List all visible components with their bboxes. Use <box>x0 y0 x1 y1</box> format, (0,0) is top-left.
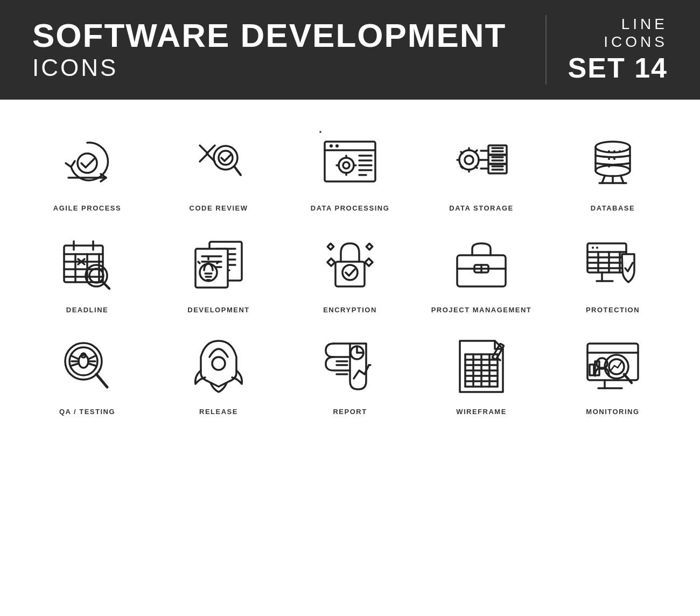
line-label: LINE <box>568 15 668 33</box>
svg-rect-93 <box>327 243 333 249</box>
svg-line-88 <box>217 262 219 263</box>
deadline-item: DEADLINE <box>33 228 141 314</box>
svg-rect-92 <box>365 258 373 266</box>
svg-rect-94 <box>366 243 372 249</box>
svg-rect-91 <box>327 258 335 266</box>
svg-point-70 <box>89 269 103 283</box>
monitoring-icon <box>578 330 648 400</box>
protection-item: PROTECTION <box>559 228 667 314</box>
deadline-icon <box>52 228 122 298</box>
header-right: LINE ICONS SET 14 <box>545 15 668 85</box>
header-left: SOFTWARE DEVELOPMENT ICONS <box>32 19 545 81</box>
code-review-icon <box>184 127 254 197</box>
development-item: DEVELOPMENT <box>165 228 272 314</box>
wireframe-label: WIREFRAME <box>456 408 507 416</box>
svg-point-7 <box>330 144 333 148</box>
monitoring-item: MONITORING <box>559 330 667 416</box>
svg-point-52 <box>608 165 610 167</box>
icons-section: AGILE PROCESS <box>0 100 700 448</box>
report-icon <box>315 330 385 400</box>
header-title: SOFTWARE DEVELOPMENT <box>32 19 545 52</box>
icons-row-3: QA / TESTING <box>22 330 678 416</box>
svg-rect-151 <box>590 365 594 375</box>
release-icon <box>184 330 254 400</box>
svg-point-51 <box>613 158 615 160</box>
agile-process-label: AGILE PROCESS <box>53 204 121 212</box>
project-management-label: PROJECT MANAGEMENT <box>431 306 532 314</box>
encryption-icon <box>315 228 385 298</box>
qa-testing-icon <box>52 330 122 400</box>
svg-line-28 <box>475 166 477 168</box>
svg-point-49 <box>619 150 621 152</box>
code-review-item: CODE REVIEW <box>165 127 272 212</box>
protection-label: PROTECTION <box>586 306 640 314</box>
header-subtitle: ICONS <box>32 54 545 81</box>
svg-point-109 <box>592 247 594 249</box>
data-storage-item: DATA STORAGE <box>428 127 535 212</box>
wireframe-icon <box>446 330 516 400</box>
svg-line-117 <box>88 356 95 359</box>
project-management-item: PROJECT MANAGEMENT <box>428 228 535 314</box>
project-management-icon <box>446 228 516 298</box>
data-processing-item: DATA PROCESSING <box>296 127 404 212</box>
qa-testing-item: QA / TESTING <box>33 330 141 416</box>
page-wrapper: SOFTWARE DEVELOPMENT ICONS LINE ICONS SE… <box>0 0 700 616</box>
svg-point-10 <box>343 162 349 169</box>
data-processing-label: DATA PROCESSING <box>311 204 390 212</box>
wireframe-item: WIREFRAME <box>428 330 535 416</box>
svg-line-29 <box>475 150 477 152</box>
svg-point-110 <box>596 247 598 249</box>
svg-line-53 <box>602 176 605 183</box>
svg-point-122 <box>212 357 225 370</box>
icons-row-1: AGILE PROCESS <box>22 127 678 212</box>
svg-point-47 <box>608 150 610 152</box>
protection-icon <box>578 228 648 298</box>
deadline-label: DEADLINE <box>66 306 108 314</box>
data-storage-icon <box>446 127 516 197</box>
svg-point-8 <box>335 144 339 148</box>
qa-testing-label: QA / TESTING <box>59 408 115 416</box>
data-storage-label: DATA STORAGE <box>449 204 513 212</box>
svg-point-46 <box>596 165 630 176</box>
svg-line-114 <box>72 356 79 359</box>
report-label: REPORT <box>333 408 367 416</box>
svg-line-71 <box>103 283 109 289</box>
svg-point-48 <box>613 150 615 152</box>
svg-rect-5 <box>325 142 375 181</box>
database-item: DATABASE <box>559 127 667 212</box>
encryption-label: ENCRYPTION <box>323 306 377 314</box>
database-icon <box>578 127 648 197</box>
code-review-label: CODE REVIEW <box>190 204 248 212</box>
svg-line-149 <box>624 374 632 383</box>
icons-label: ICONS <box>568 33 668 51</box>
svg-point-43 <box>596 142 630 152</box>
development-icon <box>184 228 254 298</box>
agile-process-item: AGILE PROCESS <box>33 127 141 212</box>
monitoring-label: MONITORING <box>586 408 639 416</box>
svg-line-121 <box>96 374 107 387</box>
svg-point-82 <box>200 264 217 281</box>
svg-line-30 <box>461 166 463 168</box>
svg-line-4 <box>234 166 241 175</box>
development-label: DEVELOPMENT <box>187 306 249 314</box>
svg-line-87 <box>198 262 200 263</box>
set-label: SET 14 <box>568 51 668 85</box>
header: SOFTWARE DEVELOPMENT ICONS LINE ICONS SE… <box>0 0 700 100</box>
release-item: RELEASE <box>165 330 272 416</box>
release-label: RELEASE <box>199 408 238 416</box>
svg-line-27 <box>461 152 463 153</box>
report-item: REPORT <box>296 330 404 416</box>
svg-point-90 <box>342 265 358 280</box>
svg-line-119 <box>88 363 95 366</box>
icons-row-2: DEADLINE <box>22 228 678 314</box>
svg-line-116 <box>72 363 79 366</box>
data-processing-icon <box>315 127 385 197</box>
svg-point-9 <box>339 158 354 173</box>
svg-point-50 <box>608 158 610 160</box>
svg-point-22 <box>465 156 473 164</box>
svg-line-55 <box>621 176 624 183</box>
database-label: DATABASE <box>591 204 635 212</box>
encryption-item: ENCRYPTION <box>296 228 404 314</box>
agile-process-icon <box>52 127 122 197</box>
